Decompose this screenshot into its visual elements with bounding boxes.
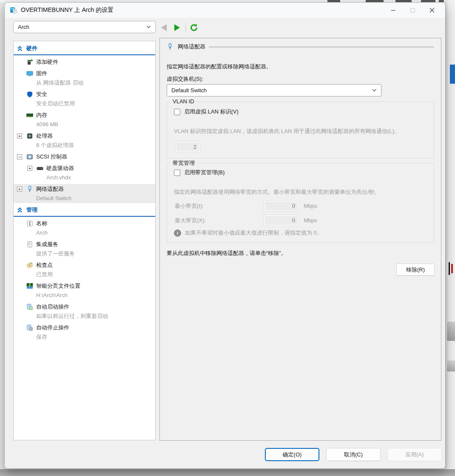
item-label: 处理器 bbox=[36, 132, 53, 140]
vm-settings-dialog: OVERTIMEBUNNY 上 Arch 的设置 Arch bbox=[4, 2, 446, 469]
minimize-icon bbox=[391, 8, 395, 13]
item-label: 添加硬件 bbox=[36, 58, 58, 66]
item-sublabel: H:\Arch\Arch bbox=[14, 291, 155, 300]
sidebar-item-memory[interactable]: 内存 4096 MB bbox=[14, 110, 155, 129]
refresh-button[interactable] bbox=[189, 23, 199, 32]
min-bandwidth-input bbox=[264, 201, 299, 211]
close-icon bbox=[429, 8, 435, 13]
collapse-section-icon[interactable] bbox=[17, 45, 23, 51]
collapse-section-icon[interactable] bbox=[17, 207, 23, 213]
item-label: 自动启动操作 bbox=[36, 303, 69, 311]
expand-icon[interactable]: + bbox=[27, 166, 32, 171]
header-rule bbox=[209, 47, 434, 47]
min-bandwidth-row: 最小带宽(I): Mbps bbox=[175, 201, 317, 211]
collapse-icon[interactable]: − bbox=[17, 154, 22, 159]
enable-bandwidth-label: 启用带宽管理(B) bbox=[184, 169, 225, 176]
chevron-down-icon bbox=[146, 26, 151, 28]
bandwidth-group-label: 带宽管理 bbox=[171, 159, 197, 167]
sidebar-item-auto-stop-action[interactable]: 自动停止操作 保存 bbox=[14, 323, 155, 342]
expand-icon[interactable]: + bbox=[17, 133, 22, 139]
item-label: 智能分页文件位置 bbox=[36, 282, 80, 290]
toolbar-separator bbox=[185, 23, 186, 32]
screen: OVERTIMEBUNNY 上 Arch 的设置 Arch bbox=[0, 0, 455, 476]
item-label: 自动停止操作 bbox=[36, 324, 69, 332]
vlan-id-input bbox=[176, 142, 200, 152]
navigate-forward-button[interactable] bbox=[174, 24, 180, 31]
add-hardware-icon bbox=[26, 59, 33, 65]
sidebar-item-network-adapter[interactable]: + 网络适配器 Default Switch bbox=[14, 184, 155, 203]
item-sublabel: 如果以前运行过，则重新启动 bbox=[14, 312, 155, 321]
item-sublabel: 4096 MB bbox=[14, 120, 155, 129]
enable-bandwidth-checkbox-row: 启用带宽管理(B) bbox=[174, 169, 225, 176]
item-sublabel: Arch.vhdx bbox=[14, 173, 155, 182]
item-sublabel: 已禁用 bbox=[14, 270, 155, 279]
sidebar-item-firmware[interactable]: 固件 从 网络适配器 启动 bbox=[14, 68, 155, 88]
ok-button[interactable]: 确定(O) bbox=[265, 448, 319, 461]
firmware-icon bbox=[26, 70, 33, 77]
min-bandwidth-label: 最小带宽(I): bbox=[175, 202, 264, 210]
minimize-button[interactable] bbox=[383, 3, 403, 18]
checkpoints-icon bbox=[26, 262, 33, 269]
close-button[interactable] bbox=[422, 3, 442, 18]
sidebar-item-add-hardware[interactable]: 添加硬件 bbox=[14, 57, 155, 67]
sidebar-item-processor[interactable]: + 处理器 8 个虚拟处理器 bbox=[14, 131, 155, 150]
sidebar-item-auto-start-action[interactable]: 自动启动操作 如果以前运行过，则重新启动 bbox=[14, 302, 155, 321]
sidebar-item-smart-paging[interactable]: 智能分页文件位置 H:\Arch\Arch bbox=[14, 281, 155, 300]
enable-vlan-checkbox[interactable] bbox=[174, 109, 180, 115]
maximize-icon bbox=[410, 8, 415, 13]
virtual-switch-dropdown[interactable]: Default Switch bbox=[167, 84, 381, 96]
bandwidth-group: 带宽管理 启用带宽管理(B) 指定此网络适配器使用网络带宽的方式。最小带宽和最大… bbox=[167, 163, 434, 243]
vm-selector-dropdown[interactable]: Arch bbox=[13, 21, 156, 33]
item-sublabel: Arch bbox=[14, 228, 155, 238]
item-label: SCSI 控制器 bbox=[36, 153, 67, 161]
item-sublabel: 从 网络适配器 启动 bbox=[14, 78, 155, 88]
vlan-description: VLAN 标识符指定虚拟 LAN，该虚拟机将此 LAN 用于通过此网络适配器的所… bbox=[174, 128, 428, 135]
background-band bbox=[447, 360, 455, 371]
item-label: 硬盘驱动器 bbox=[46, 164, 74, 172]
cancel-button[interactable]: 取消(C) bbox=[326, 448, 381, 461]
min-bandwidth-unit: Mbps bbox=[304, 203, 317, 209]
sidebar-item-integration-services[interactable]: 集成服务 提供了一些服务 bbox=[14, 239, 155, 258]
background-window-right-edge bbox=[446, 0, 455, 476]
section-label: 硬件 bbox=[26, 45, 37, 52]
sidebar-item-name[interactable]: 名称 Arch bbox=[14, 218, 155, 238]
item-sublabel: 8 个虚拟处理器 bbox=[14, 141, 155, 150]
network-adapter-icon bbox=[26, 186, 33, 193]
item-sublabel: 安全启动已禁用 bbox=[14, 99, 155, 108]
item-sublabel: 提供了一些服务 bbox=[14, 249, 155, 258]
auto-stop-icon bbox=[26, 324, 33, 331]
content-title: 网络适配器 bbox=[178, 43, 205, 51]
vm-selector-value: Arch bbox=[18, 24, 146, 30]
item-label: 检查点 bbox=[36, 261, 53, 269]
remove-button[interactable]: 移除(R) bbox=[396, 264, 435, 276]
content-intro-text: 指定网络适配器的配置或移除网络适配器。 bbox=[167, 63, 272, 71]
sidebar-section-hardware: 硬件 bbox=[14, 43, 155, 55]
bandwidth-description: 指定此网络适配器使用网络带宽的方式。最小带宽和最大带宽的测量单位为兆位/秒。 bbox=[174, 188, 428, 196]
item-label: 网络适配器 bbox=[36, 185, 64, 193]
item-sublabel: Default Switch bbox=[14, 194, 155, 203]
hard-drive-icon bbox=[37, 165, 43, 172]
item-label: 内存 bbox=[36, 111, 47, 119]
auto-start-icon bbox=[26, 303, 33, 310]
virtual-switch-label: 虚拟交换机(S): bbox=[167, 75, 203, 83]
background-selection-fragment bbox=[450, 65, 455, 84]
max-bandwidth-row: 最大带宽(X): Mbps bbox=[175, 215, 317, 226]
sidebar-item-checkpoints[interactable]: 检查点 已禁用 bbox=[14, 260, 155, 279]
hyperv-settings-icon bbox=[10, 7, 17, 14]
max-bandwidth-unit: Mbps bbox=[304, 217, 317, 224]
sidebar-item-scsi-controller[interactable]: − SCSI 控制器 bbox=[14, 152, 155, 162]
titlebar: OVERTIMEBUNNY 上 Arch 的设置 bbox=[5, 3, 445, 18]
maximize-button bbox=[403, 3, 422, 18]
virtual-switch-value: Default Switch bbox=[171, 87, 372, 94]
network-adapter-icon bbox=[167, 43, 173, 51]
window-title: OVERTIMEBUNNY 上 Arch 的设置 bbox=[21, 6, 114, 14]
background-band bbox=[447, 322, 455, 341]
info-icon: i bbox=[174, 230, 181, 237]
expand-icon[interactable]: + bbox=[17, 187, 22, 192]
section-label: 管理 bbox=[26, 206, 37, 214]
sidebar-item-hard-drive[interactable]: + 硬盘驱动器 Arch.vhdx bbox=[14, 163, 155, 182]
settings-content-pane: 网络适配器 指定网络适配器的配置或移除网络适配器。 虚拟交换机(S): Defa… bbox=[159, 38, 441, 441]
enable-bandwidth-checkbox[interactable] bbox=[174, 170, 180, 176]
smart-paging-icon bbox=[26, 283, 33, 289]
sidebar-item-security[interactable]: 安全 安全启动已禁用 bbox=[14, 89, 155, 108]
